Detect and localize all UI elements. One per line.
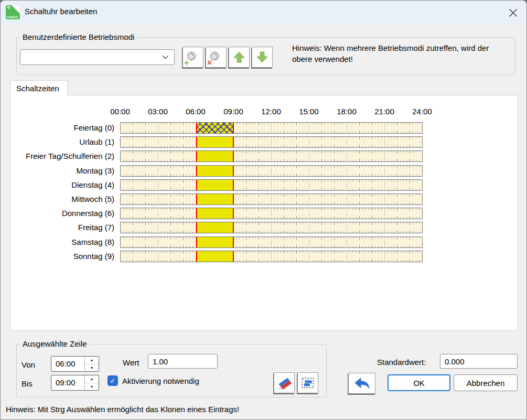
modes-hint-text: Hinweis: Wenn mehrere Betriebsmodi zutre… xyxy=(292,42,518,64)
clock-add-icon: ⚙ + xyxy=(185,49,201,65)
schedule-row: Urlaub (1) xyxy=(10,136,518,148)
move-mode-down-button[interactable] xyxy=(252,47,273,68)
row-label: Freitag (7) xyxy=(10,223,114,232)
timeline-track[interactable] xyxy=(120,251,423,262)
standardwert-input[interactable] xyxy=(440,354,518,369)
schedule-row: Sonntag (9) xyxy=(10,251,518,262)
schedule-entry[interactable] xyxy=(196,208,234,219)
bis-spinner[interactable]: 09:00 ▲ ▼ xyxy=(51,375,99,391)
schedule-entry[interactable] xyxy=(196,180,234,190)
schedule-row: Donnerstag (6) xyxy=(10,208,518,219)
time-axis-label: 03:00 xyxy=(148,107,168,116)
aktivierung-checkbox-row[interactable]: ✓ Aktivierung notwendig xyxy=(107,375,199,386)
row-label: Dienstag (4) xyxy=(10,180,114,189)
title-bar: ⚙ CONFIG Schaltuhr bearbeiten xyxy=(1,1,526,24)
time-axis-label: 15:00 xyxy=(299,107,319,116)
schedule-entry[interactable] xyxy=(196,151,234,161)
remove-mode-button[interactable]: ⚙ × xyxy=(206,47,227,68)
back-arrow-icon xyxy=(353,375,371,391)
erase-entry-button[interactable] xyxy=(274,372,295,393)
aktivierung-checkbox[interactable]: ✓ xyxy=(107,375,118,386)
schedule-row: Montag (3) xyxy=(10,165,518,177)
timeline-track[interactable] xyxy=(120,179,423,191)
von-value: 06:00 xyxy=(56,359,76,368)
cancel-button[interactable]: Abbrechen xyxy=(454,374,518,391)
von-spin-up[interactable]: ▲ xyxy=(85,357,99,364)
arrow-up-icon xyxy=(232,50,246,64)
schedule-entry[interactable] xyxy=(196,222,234,233)
select-region-button[interactable] xyxy=(297,372,318,393)
schedule-panel: 00:0003:0006:0009:0012:0015:0018:0021:00… xyxy=(10,95,518,331)
von-spin-down[interactable]: ▼ xyxy=(85,364,99,372)
timeline-track[interactable] xyxy=(120,122,423,134)
schedule-entry[interactable] xyxy=(196,137,234,147)
standardwert-label: Standardwert: xyxy=(377,358,426,367)
clock-remove-icon: ⚙ × xyxy=(208,49,224,65)
time-axis-label: 06:00 xyxy=(186,107,206,116)
schedule-entry[interactable] xyxy=(196,123,234,133)
row-label: Donnerstag (6) xyxy=(10,209,114,218)
aktivierung-label: Aktivierung notwendig xyxy=(122,376,199,385)
schedule-entry[interactable] xyxy=(196,194,234,204)
check-icon: ✓ xyxy=(110,376,116,385)
row-label: Feiertag (0) xyxy=(10,123,114,132)
schedule-row: Mittwoch (5) xyxy=(10,193,518,205)
timeline-track[interactable] xyxy=(120,165,423,177)
schedule-row: Samstag (8) xyxy=(10,236,518,248)
schedule-row: Feiertag (0) xyxy=(10,122,518,134)
timeline-track[interactable] xyxy=(120,150,423,162)
ok-button[interactable]: OK xyxy=(388,374,450,391)
undo-button[interactable] xyxy=(348,373,375,394)
time-axis-label: 24:00 xyxy=(412,107,432,116)
row-label: Montag (3) xyxy=(10,166,114,175)
dialog-window: ⚙ CONFIG Schaltuhr bearbeiten Benutzerde… xyxy=(0,0,527,420)
tab-label: Schaltzeiten xyxy=(16,84,59,93)
eraser-icon xyxy=(277,375,292,390)
chevron-down-icon xyxy=(162,55,169,59)
modes-groupbox: Benutzerdefinierte Betriebsmodi ⚙ + ⚙ xyxy=(16,37,515,75)
timeline-track[interactable] xyxy=(120,193,423,205)
timeline-track[interactable] xyxy=(120,136,423,148)
bis-spin-up[interactable]: ▲ xyxy=(85,375,99,383)
row-label: Samstag (8) xyxy=(10,238,114,246)
bis-value: 09:00 xyxy=(56,378,76,387)
bottom-hint-text: Hinweis: Mit Strg Auswählen ermöglicht d… xyxy=(6,405,239,414)
row-label: Freier Tag/Schulferien (2) xyxy=(10,152,114,160)
move-mode-up-button[interactable] xyxy=(229,47,250,68)
close-icon[interactable] xyxy=(507,6,519,19)
mode-select[interactable] xyxy=(20,49,175,65)
mini-gear-icon: ⚙ xyxy=(7,5,10,10)
wert-input[interactable] xyxy=(148,354,218,369)
time-axis-label: 18:00 xyxy=(337,107,357,116)
schedule-row: Freier Tag/Schulferien (2) xyxy=(10,150,518,162)
schedule-entry[interactable] xyxy=(196,166,234,176)
schedule-row: Dienstag (4) xyxy=(10,179,518,191)
row-label: Urlaub (1) xyxy=(10,137,114,146)
time-axis-label: 00:00 xyxy=(110,107,130,116)
bis-label: Bis xyxy=(21,379,33,388)
tab-schaltzeiten[interactable]: Schaltzeiten xyxy=(10,80,68,95)
selected-row-group-title: Ausgewählte Zeile xyxy=(20,339,90,348)
row-label: Sonntag (9) xyxy=(10,252,114,261)
selection-marquee-icon xyxy=(300,375,315,390)
timeline-track[interactable] xyxy=(120,222,423,233)
von-label: Von xyxy=(21,360,35,369)
add-mode-button[interactable]: ⚙ + xyxy=(182,47,203,68)
app-config-icon: ⚙ CONFIG xyxy=(6,5,20,19)
selected-row-groupbox: Ausgewählte Zeile Von 06:00 ▲ ▼ Bis 09:0… xyxy=(16,344,327,397)
modes-group-title: Benutzerdefinierte Betriebsmodi xyxy=(20,33,137,41)
von-spinner[interactable]: 06:00 ▲ ▼ xyxy=(51,356,99,372)
wert-label: Wert xyxy=(123,358,139,367)
time-axis-label: 21:00 xyxy=(374,107,394,116)
timeline-track[interactable] xyxy=(120,236,423,248)
timeline-track[interactable] xyxy=(120,208,423,219)
time-axis-label: 12:00 xyxy=(261,107,281,116)
schedule-row: Freitag (7) xyxy=(10,222,518,233)
window-title: Schaltuhr bearbeiten xyxy=(25,7,97,16)
schedule-entry[interactable] xyxy=(196,237,234,247)
row-label: Mittwoch (5) xyxy=(10,195,114,203)
arrow-down-icon xyxy=(255,50,269,64)
time-axis-label: 09:00 xyxy=(223,107,243,116)
schedule-entry[interactable] xyxy=(196,251,234,262)
bis-spin-down[interactable]: ▼ xyxy=(85,383,99,391)
